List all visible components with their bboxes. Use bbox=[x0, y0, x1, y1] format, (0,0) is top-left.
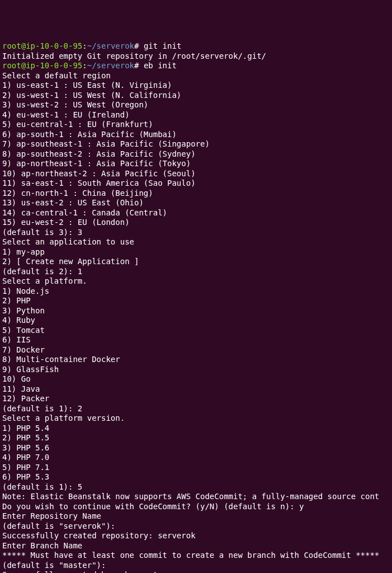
region-option-5: 5) eu-central-1 : EU (Frankfurt) bbox=[2, 120, 390, 130]
codecommit-note: Note: Elastic Beanstalk now supports AWS… bbox=[2, 492, 390, 502]
region-option-10: 10) ap-northeast-2 : Asia Pacific (Seoul… bbox=[2, 169, 390, 179]
app-option-2: 2) [ Create new Application ] bbox=[2, 257, 390, 267]
region-option-14: 14) ca-central-1 : Canada (Central) bbox=[2, 208, 390, 218]
prompt-git-init: root@ip-10-0-0-95:~/serverok# git init bbox=[2, 41, 390, 51]
platform-default-prompt: (default is 1): 2 bbox=[2, 404, 390, 414]
prompt-command: git init bbox=[139, 41, 181, 50]
region-option-4: 4) eu-west-1 : EU (Ireland) bbox=[2, 110, 390, 120]
prompt-path: ~/serverok bbox=[87, 61, 134, 70]
repo-success: Successfully created repository: servero… bbox=[2, 531, 390, 541]
platform-option-6: 6) IIS bbox=[2, 335, 390, 345]
repo-header: Enter Repository Name bbox=[2, 511, 390, 522]
region-option-13: 13) us-east-2 : US East (Ohio) bbox=[2, 198, 390, 208]
version-option-1: 1) PHP 5.4 bbox=[2, 424, 390, 434]
region-default-prompt: (default is 3): 3 bbox=[2, 228, 390, 238]
region-option-6: 6) ap-south-1 : Asia Pacific (Mumbai) bbox=[2, 130, 390, 140]
app-option-1: 1) my-app bbox=[2, 247, 390, 257]
prompt-command: eb init bbox=[139, 61, 176, 70]
region-option-9: 9) ap-northeast-1 : Asia Pacific (Tokyo) bbox=[2, 159, 390, 169]
platform-option-1: 1) Node.js bbox=[2, 286, 390, 297]
platform-option-2: 2) PHP bbox=[2, 296, 390, 306]
version-option-2: 2) PHP 5.5 bbox=[2, 433, 390, 443]
region-option-2: 2) us-west-1 : US West (N. California) bbox=[2, 91, 390, 101]
version-header: Select a platform version. bbox=[2, 414, 390, 424]
branch-success: Successfully created branch: master bbox=[2, 570, 390, 573]
terminal-output[interactable]: root@ip-10-0-0-95:~/serverok# git initIn… bbox=[2, 41, 390, 573]
app-header: Select an application to use bbox=[2, 237, 390, 247]
prompt-user-host: root@ip-10-0-0-95 bbox=[2, 61, 82, 70]
app-default-prompt: (default is 2): 1 bbox=[2, 267, 390, 277]
output-git-init: Initialized empty Git repository in /roo… bbox=[2, 51, 390, 62]
platform-option-9: 9) GlassFish bbox=[2, 365, 390, 375]
prompt-eb-init: root@ip-10-0-0-95:~/serverok# eb init bbox=[2, 61, 390, 71]
region-option-15: 15) eu-west-2 : EU (London) bbox=[2, 218, 390, 228]
platform-option-10: 10) Go bbox=[2, 374, 390, 384]
branch-default-prompt: (default is "master"): bbox=[2, 561, 390, 571]
platform-option-4: 4) Ruby bbox=[2, 316, 390, 326]
branch-warning: ***** Must have at least one commit to c… bbox=[2, 551, 390, 561]
version-option-4: 4) PHP 7.0 bbox=[2, 453, 390, 463]
region-option-3: 3) us-west-2 : US West (Oregon) bbox=[2, 100, 390, 110]
platform-option-3: 3) Python bbox=[2, 306, 390, 316]
prompt-colon: : bbox=[82, 61, 87, 70]
region-header: Select a default region bbox=[2, 71, 390, 81]
branch-header: Enter Branch Name bbox=[2, 541, 390, 551]
region-option-8: 8) ap-southeast-2 : Asia Pacific (Sydney… bbox=[2, 149, 390, 159]
version-option-6: 6) PHP 5.3 bbox=[2, 472, 390, 482]
prompt-colon: : bbox=[82, 41, 87, 50]
platform-option-8: 8) Multi-container Docker bbox=[2, 355, 390, 365]
platform-option-7: 7) Docker bbox=[2, 345, 390, 355]
prompt-path: ~/serverok bbox=[87, 41, 134, 50]
region-option-7: 7) ap-southeast-1 : Asia Pacific (Singap… bbox=[2, 139, 390, 149]
region-option-11: 11) sa-east-1 : South America (Sao Paulo… bbox=[2, 179, 390, 189]
repo-default-prompt: (default is "serverok"): bbox=[2, 522, 390, 532]
version-option-3: 3) PHP 5.6 bbox=[2, 443, 390, 453]
platform-option-12: 12) Packer bbox=[2, 394, 390, 404]
codecommit-question: Do you wish to continue with CodeCommit?… bbox=[2, 502, 390, 512]
region-option-1: 1) us-east-1 : US East (N. Virginia) bbox=[2, 81, 390, 91]
platform-option-5: 5) Tomcat bbox=[2, 326, 390, 336]
platform-option-11: 11) Java bbox=[2, 384, 390, 394]
region-option-12: 12) cn-north-1 : China (Beijing) bbox=[2, 189, 390, 199]
platform-header: Select a platform. bbox=[2, 276, 390, 286]
prompt-user-host: root@ip-10-0-0-95 bbox=[2, 41, 82, 50]
version-option-5: 5) PHP 7.1 bbox=[2, 463, 390, 473]
version-default-prompt: (default is 1): 5 bbox=[2, 482, 390, 492]
